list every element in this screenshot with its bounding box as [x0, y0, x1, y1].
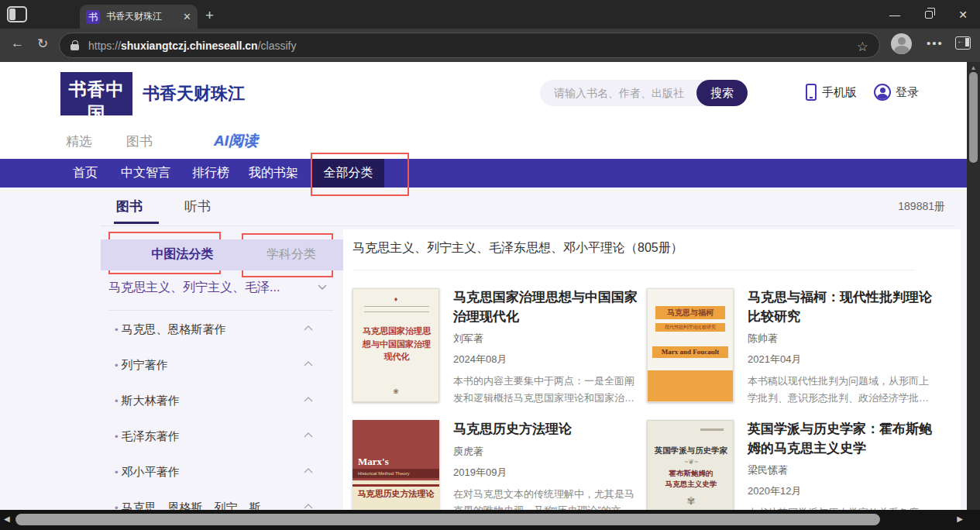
book-title[interactable]: 马克思历史方法理论: [453, 420, 639, 439]
window-controls: — ✕: [878, 0, 980, 29]
nav-home[interactable]: 首页: [73, 165, 98, 181]
header-actions: 手机版 登录: [806, 84, 919, 101]
chevron-up-icon[interactable]: [304, 325, 312, 333]
book-info: 马克思与福柯：现代性批判理论比较研究 陈帅著 2021年04月 本书稿以现代性批…: [748, 288, 934, 406]
bullet-icon: •: [115, 466, 119, 478]
cover-publisher-mark: ❀: [393, 387, 399, 395]
nav-ai-reading[interactable]: AI阅读: [214, 131, 258, 151]
title-divider: [352, 270, 915, 270]
category-title: 马克思主义、列宁主义、毛泽东思想、邓小平理论（805册）: [352, 240, 683, 256]
cover-title: 马克思与福柯: [655, 306, 725, 319]
login-link[interactable]: 登录: [896, 85, 919, 100]
sidebar-item[interactable]: •斯大林著作: [115, 394, 335, 417]
horizontal-scrollbar[interactable]: ◀ ▶: [0, 510, 967, 530]
chevron-up-icon[interactable]: [304, 432, 312, 440]
login-person-icon: [874, 84, 891, 101]
scroll-left-icon[interactable]: ◀: [4, 515, 10, 523]
browser-menu-icon[interactable]: •••: [927, 36, 944, 50]
sidebar-panel-icon[interactable]: [955, 36, 971, 50]
horizontal-scroll-thumb[interactable]: [15, 514, 880, 525]
cover-decoration: [364, 306, 429, 312]
vertical-scroll-thumb[interactable]: [969, 72, 978, 163]
lock-icon[interactable]: [70, 40, 79, 50]
favorite-star-icon[interactable]: ☆: [857, 39, 868, 55]
browser-titlebar: 书 书香天财珠江 ✕ + — ✕: [0, 0, 980, 29]
book-cover[interactable]: ♦ 马克思国家治理思想与中国国家治理现代化 ❀: [352, 288, 439, 402]
site-header: 书香中国 www.chineseall.cn 书香天财珠江 搜索 手机版 登录: [0, 62, 967, 124]
browser-window: 书 书香天财珠江 ✕ + — ✕ ← ↻ https://shuxiangtcz…: [0, 0, 980, 530]
browser-tab[interactable]: 书 书香天财珠江 ✕: [80, 5, 198, 29]
refresh-icon[interactable]: ↻: [37, 36, 48, 52]
book-card[interactable]: 马克思与福柯 现代性批判理论比较研究 Marx and Foucault 马克思…: [647, 288, 934, 404]
book-date: 2020年12月: [748, 484, 934, 498]
sidebar-tab-clc[interactable]: 中图法分类: [122, 246, 242, 263]
sidebar-item[interactable]: •列宁著作: [115, 358, 335, 381]
bullet-icon: •: [115, 431, 119, 442]
close-button[interactable]: ✕: [946, 0, 980, 29]
chevron-up-icon[interactable]: [304, 467, 312, 476]
book-author: 陈帅著: [748, 332, 934, 346]
tab-workspaces-icon[interactable]: [7, 6, 27, 22]
sidebar-divider: [108, 310, 333, 311]
nav-zhongwen-zhiyan[interactable]: 中文智言: [121, 165, 170, 181]
cover-title: 马克思历史方法理论: [352, 488, 439, 500]
cover-emblem-icon: ♦: [394, 295, 398, 303]
browser-toolbar: ← ↻ https://shuxiangtczj.chineseall.cn/c…: [0, 29, 980, 62]
new-tab-button[interactable]: +: [205, 7, 214, 24]
mobile-phone-icon: [806, 84, 817, 101]
vertical-scrollbar[interactable]: ▲ ▼: [967, 62, 980, 530]
logo-title: 书香中国: [60, 77, 132, 126]
cover-decoration: [700, 428, 724, 431]
book-date: 2021年04月: [748, 353, 934, 367]
tab-books[interactable]: 图书: [116, 198, 143, 215]
tab-close-icon[interactable]: ✕: [183, 11, 191, 22]
restore-button[interactable]: [912, 0, 946, 29]
address-bar[interactable]: https://shuxiangtczj.chineseall.cn/class…: [59, 33, 880, 58]
book-card[interactable]: ♦ 马克思国家治理思想与中国国家治理现代化 ❀ 马克思国家治理思想与中国国家治理…: [352, 288, 639, 404]
nav-books[interactable]: 图书: [126, 132, 153, 150]
cover-subtitle2: 马克思主义史学: [648, 480, 734, 490]
cover-decoration: ~❦~: [648, 458, 734, 466]
profile-avatar[interactable]: [891, 33, 912, 54]
book-info: 马克思国家治理思想与中国国家治理现代化 刘军著 2024年08月 本书的内容主要…: [453, 288, 639, 406]
sidebar-category-header[interactable]: 马克思主义、列宁主义、毛泽...: [108, 280, 337, 303]
scrollbar-corner: [967, 510, 980, 530]
mobile-version-link[interactable]: 手机版: [822, 85, 857, 100]
nav-featured[interactable]: 精选: [66, 132, 92, 150]
book-date: 2019年09月: [453, 466, 639, 480]
cover-title: 马克思国家治理思想与中国国家治理现代化: [359, 325, 434, 363]
book-author: 刘军著: [453, 332, 639, 346]
scroll-up-icon[interactable]: ▲: [967, 64, 980, 71]
sidebar-item[interactable]: •邓小平著作: [115, 465, 335, 488]
chevron-up-icon[interactable]: [304, 396, 312, 404]
cover-decoration: [648, 370, 734, 401]
url-text: https://shuxiangtczj.chineseall.cn/class…: [88, 40, 296, 52]
sidebar-tab-subject[interactable]: 学科分类: [253, 246, 330, 263]
sidebar-item[interactable]: •毛泽东著作: [115, 429, 335, 453]
search-input[interactable]: [540, 80, 695, 106]
search-button[interactable]: 搜索: [696, 80, 748, 106]
scroll-right-icon[interactable]: ▶: [957, 515, 963, 523]
cover-english-title: Marx and Foucault: [652, 346, 728, 358]
primary-nav: 首页 中文智言 排行榜 我的书架 全部分类: [0, 159, 967, 188]
book-author: 庾虎著: [453, 445, 639, 459]
book-description: 本书稿以现代性批判为问题域，从形而上学批判、意识形态批判、政治经济学批判、解放.…: [748, 373, 934, 406]
restore-icon: [925, 11, 933, 19]
book-cover[interactable]: 马克思与福柯 现代性批判理论比较研究 Marx and Foucault: [647, 288, 734, 402]
book-date: 2024年08月: [453, 353, 639, 367]
bullet-icon: •: [115, 395, 119, 407]
tab-audiobooks[interactable]: 听书: [184, 198, 211, 215]
back-icon[interactable]: ←: [11, 36, 24, 51]
chevron-up-icon[interactable]: [304, 360, 312, 369]
cover-title: 英国学派与历史学家: [648, 446, 734, 456]
book-title[interactable]: 马克思国家治理思想与中国国家治理现代化: [453, 288, 639, 326]
minimize-button[interactable]: —: [878, 0, 912, 29]
cover-subtitle: 现代性批判理论比较研究: [655, 323, 725, 332]
book-info: 马克思历史方法理论 庾虎著 2019年09月 在对马克思文本的传统理解中，尤其是…: [453, 420, 639, 519]
book-title[interactable]: 马克思与福柯：现代性批判理论比较研究: [748, 288, 934, 326]
nav-my-bookshelf[interactable]: 我的书架: [249, 165, 298, 181]
sidebar-item[interactable]: •马克思、恩格斯著作: [115, 322, 335, 346]
site-logo[interactable]: 书香中国 www.chineseall.cn: [60, 72, 132, 115]
nav-ranking[interactable]: 排行榜: [192, 165, 229, 181]
book-title[interactable]: 英国学派与历史学家：霍布斯鲍姆的马克思主义史学: [748, 420, 934, 458]
